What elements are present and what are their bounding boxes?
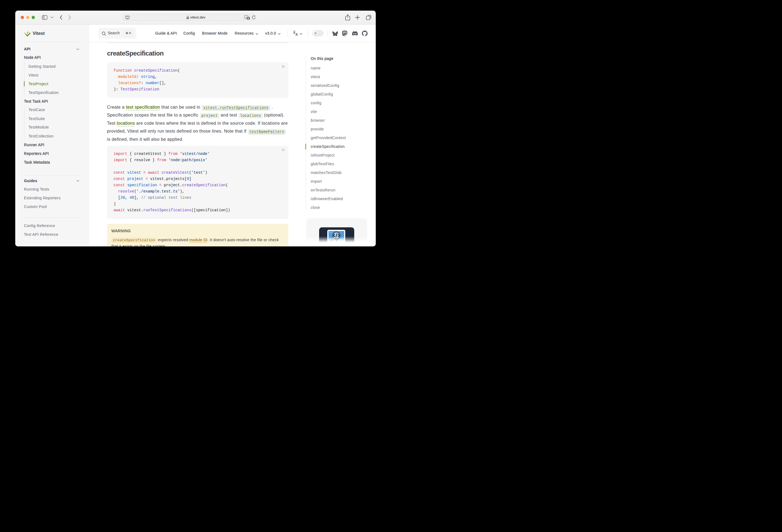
svg-text:A: A (295, 33, 298, 36)
